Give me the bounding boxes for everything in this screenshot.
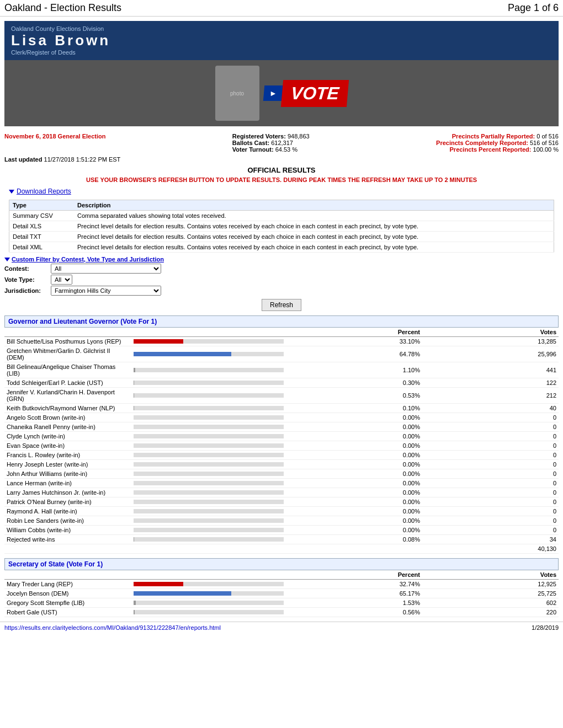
candidate-pct: 0.00% <box>286 479 422 488</box>
total-row: 40,130 <box>4 544 559 554</box>
candidate-pct: 0.10% <box>286 404 422 413</box>
election-info-row: November 6, 2018 General Election Regist… <box>0 131 563 155</box>
candidate-name: Patrick O'Neal Burney (write-in) <box>4 497 131 507</box>
candidate-bar <box>131 451 286 460</box>
candidate-name: Raymond A. Hall (write-in) <box>4 507 131 516</box>
candidate-bar <box>131 497 286 507</box>
candidate-pct: 33.10% <box>286 337 422 346</box>
refresh-notice: USE YOUR BROWSER'S REFRESH BUTTON TO UPD… <box>0 176 563 183</box>
download-row[interactable]: Summary CSVComma separated values showin… <box>9 211 554 221</box>
candidate-votes: 0 <box>422 422 559 432</box>
candidate-votes: 0 <box>422 479 559 488</box>
col-type: Type <box>9 200 75 211</box>
candidate-pct: 0.00% <box>286 422 422 432</box>
candidate-name: Angelo Scott Brown (write-in) <box>4 413 131 422</box>
candidate-votes: 441 <box>422 362 559 378</box>
candidate-pct: 0.00% <box>286 432 422 441</box>
download-desc: Precinct level details for election resu… <box>74 242 554 253</box>
sec-col-name <box>4 570 131 580</box>
candidate-votes: 0 <box>422 469 559 479</box>
election-name: November 6, 2018 General Election <box>4 133 105 153</box>
candidate-votes: 13,285 <box>422 337 559 346</box>
download-row[interactable]: Detail XLSPrecinct level details for ele… <box>9 221 554 232</box>
candidate-pct: 1.53% <box>286 598 422 608</box>
jurisdiction-select[interactable]: Farmington Hills City <box>51 286 161 296</box>
candidate-votes: 0 <box>422 516 559 526</box>
banner-image: photo ► VOTE <box>4 60 559 126</box>
candidate-votes: 0 <box>422 526 559 535</box>
candidate-name: Chaneika Ranell Penny (write-in) <box>4 422 131 432</box>
candidate-pct: 0.00% <box>286 488 422 497</box>
candidate-name: Bill Schuette/Lisa Posthumus Lyons (REP) <box>4 337 131 346</box>
banner-blue: Oakland County Elections Division Lisa B… <box>4 21 559 60</box>
download-row[interactable]: Detail XMLPrecinct level details for ele… <box>9 242 554 253</box>
candidate-bar <box>131 507 286 516</box>
candidate-name: Todd Schleiger/Earl P. Lackie (UST) <box>4 378 131 388</box>
table-row: Bill Schuette/Lisa Posthumus Lyons (REP)… <box>4 337 559 346</box>
candidate-name: John Arthur Williams (write-in) <box>4 469 131 479</box>
candidate-bar <box>131 460 286 469</box>
candidate-bar <box>131 388 286 404</box>
candidate-bar <box>131 526 286 535</box>
contest-select[interactable]: All <box>51 264 161 274</box>
gov-col-votes: Votes <box>422 328 559 337</box>
table-row: Jennifer V. Kurland/Charin H. Davenport … <box>4 388 559 404</box>
candidate-pct: 0.08% <box>286 535 422 544</box>
refresh-btn-row: Refresh <box>4 299 559 311</box>
candidate-pct: 0.00% <box>286 497 422 507</box>
table-row: William Cobbs (write-in) 0.00% 0 <box>4 526 559 535</box>
candidate-pct: 64.78% <box>286 346 422 362</box>
candidate-bar <box>131 516 286 526</box>
candidate-name: Lance Herman (write-in) <box>4 479 131 488</box>
candidate-bar <box>131 346 286 362</box>
candidate-name: Keith Butkovich/Raymond Warner (NLP) <box>4 404 131 413</box>
candidate-name: Evan Space (write-in) <box>4 441 131 451</box>
candidate-votes: 0 <box>422 432 559 441</box>
secretary-section-header: Secretary of State (Vote For 1) <box>4 558 559 570</box>
vote-type-filter-row: Vote Type: All <box>4 275 559 285</box>
download-desc: Precinct level details for election resu… <box>74 232 554 242</box>
governor-results-table: Percent Votes Bill Schuette/Lisa Posthum… <box>4 328 559 554</box>
total-votes: 40,130 <box>422 544 559 554</box>
candidate-votes: 40 <box>422 404 559 413</box>
download-table: Type Description Summary CSVComma separa… <box>9 200 554 253</box>
candidate-votes: 0 <box>422 441 559 451</box>
candidate-pct: 0.00% <box>286 451 422 460</box>
table-row: Clyde Lynch (write-in) 0.00% 0 <box>4 432 559 441</box>
candidate-bar <box>131 432 286 441</box>
download-link[interactable]: Download Reports <box>9 188 71 195</box>
filter-link[interactable]: Custom Filter by Contest, Vote Type and … <box>12 256 164 263</box>
table-row: Gretchen Whitmer/Garlin D. Gilchrist II … <box>4 346 559 362</box>
candidate-pct: 0.53% <box>286 388 422 404</box>
candidate-bar <box>131 589 286 598</box>
candidate-bar <box>131 378 286 388</box>
candidate-name: Gregory Scott Stempfle (LIB) <box>4 598 131 608</box>
voter-stats: Registered Voters: 948,863 Ballots Cast:… <box>232 133 310 153</box>
candidate-bar <box>131 608 286 617</box>
page-header: Oakland - Election Results Page 1 of 6 <box>0 0 563 17</box>
last-updated: Last updated 11/27/2018 1:51:22 PM EST <box>0 155 563 164</box>
table-row: Bill Gelineau/Angelique Chaiser Thomas (… <box>4 362 559 378</box>
download-row[interactable]: Detail TXTPrecinct level details for ele… <box>9 232 554 242</box>
candidate-votes: 0 <box>422 497 559 507</box>
table-row: Jocelyn Benson (DEM) 65.17% 25,725 <box>4 589 559 598</box>
banner-name: Lisa Brown <box>11 32 552 49</box>
vote-type-select[interactable]: All <box>51 275 72 285</box>
download-type: Summary CSV <box>9 211 75 221</box>
refresh-button[interactable]: Refresh <box>262 299 301 311</box>
download-desc: Precinct level details for election resu… <box>74 221 554 232</box>
candidate-pct: 0.00% <box>286 469 422 479</box>
gov-col-pct: Percent <box>286 328 422 337</box>
page-number: Page 1 of 6 <box>508 2 559 14</box>
table-row: Angelo Scott Brown (write-in) 0.00% 0 <box>4 413 559 422</box>
candidate-votes: 0 <box>422 413 559 422</box>
candidate-votes: 12,925 <box>422 580 559 589</box>
candidate-bar <box>131 404 286 413</box>
table-row: Chaneika Ranell Penny (write-in) 0.00% 0 <box>4 422 559 432</box>
candidate-votes: 34 <box>422 535 559 544</box>
sec-col-bar <box>131 570 286 580</box>
col-desc: Description <box>74 200 554 211</box>
table-row: Rejected write-ins 0.08% 34 <box>4 535 559 544</box>
gov-col-bar <box>131 328 286 337</box>
candidate-name: William Cobbs (write-in) <box>4 526 131 535</box>
